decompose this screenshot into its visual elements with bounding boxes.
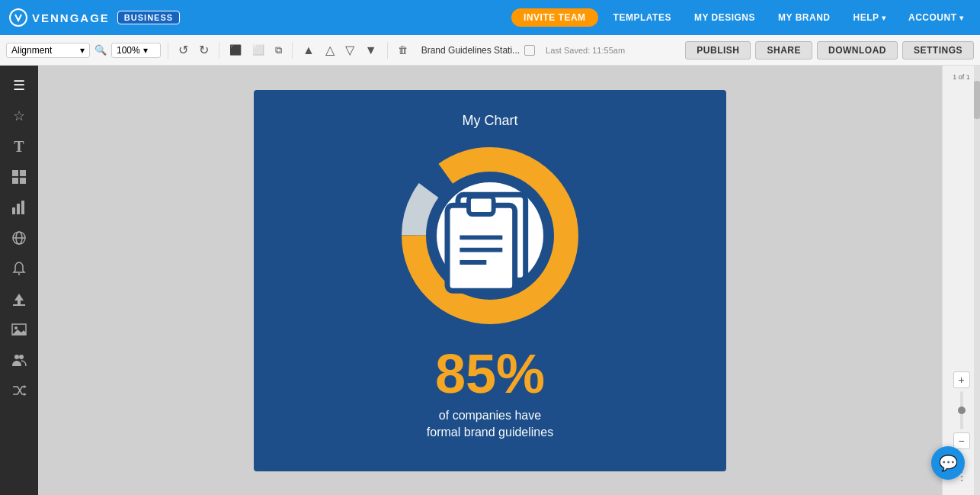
percent-value: 85% bbox=[435, 346, 545, 401]
toolbar-right: PUBLISH SHARE DOWNLOAD SETTINGS bbox=[685, 41, 974, 59]
svg-rect-2 bbox=[20, 170, 26, 176]
send-to-back-button[interactable]: ▼ bbox=[362, 42, 380, 59]
nav-my-designs[interactable]: MY DESIGNS bbox=[687, 12, 763, 23]
svg-marker-20 bbox=[24, 385, 27, 388]
sidebar-chart-icon[interactable] bbox=[4, 194, 34, 221]
svg-rect-1 bbox=[12, 170, 18, 176]
separator-1 bbox=[168, 42, 168, 59]
business-badge[interactable]: BUSINESS bbox=[117, 11, 180, 24]
svg-rect-6 bbox=[17, 204, 20, 214]
copy-button[interactable]: ⬛ bbox=[226, 43, 245, 57]
sidebar-bell-icon[interactable] bbox=[4, 255, 34, 282]
send-backward-button[interactable]: ▽ bbox=[342, 41, 357, 59]
donut-chart bbox=[399, 144, 581, 327]
svg-rect-27 bbox=[469, 196, 494, 214]
delete-button[interactable]: 🗑 bbox=[395, 43, 411, 57]
settings-button[interactable]: SETTINGS bbox=[902, 41, 974, 59]
share-button[interactable]: SHARE bbox=[755, 41, 812, 59]
svg-point-19 bbox=[19, 355, 24, 359]
sidebar-upload-icon[interactable] bbox=[4, 285, 34, 313]
bring-to-front-button[interactable]: △ bbox=[322, 41, 338, 59]
zoom-thumb[interactable] bbox=[958, 407, 966, 414]
svg-rect-7 bbox=[21, 201, 24, 214]
svg-marker-12 bbox=[14, 294, 24, 301]
brand-name: VENNGAGE bbox=[32, 11, 110, 24]
svg-marker-17 bbox=[12, 329, 26, 335]
doc-title: Brand Guidelines Stati... bbox=[421, 45, 520, 56]
left-sidebar: ☰ ☆ T bbox=[0, 66, 38, 495]
toolbar: Alignment ▾ 🔍 100% ▾ ↺ ↻ ⬛ ⬜ ⧉ ▲ △ ▽ ▼ 🗑… bbox=[0, 35, 980, 66]
bring-forward-button[interactable]: ▲ bbox=[299, 42, 318, 59]
chart-title: My Chart bbox=[462, 113, 517, 129]
search-icon: 🔍 bbox=[94, 44, 107, 56]
separator-4 bbox=[387, 42, 388, 59]
sub-text-line1: of companies have bbox=[439, 407, 541, 424]
sidebar-widgets-icon[interactable] bbox=[4, 163, 34, 191]
sidebar-globe-icon[interactable] bbox=[4, 224, 34, 252]
svg-rect-3 bbox=[12, 178, 18, 184]
zoom-track bbox=[960, 391, 963, 429]
svg-point-18 bbox=[14, 355, 19, 359]
undo-button[interactable]: ↺ bbox=[175, 41, 191, 59]
zoom-minus-button[interactable]: − bbox=[953, 432, 970, 449]
nav-templates[interactable]: TEMPLATES bbox=[606, 12, 679, 23]
nav-account[interactable]: ACCOUNT ▾ bbox=[901, 12, 971, 23]
redo-button[interactable]: ↻ bbox=[196, 41, 212, 59]
donut-center bbox=[437, 182, 543, 289]
sub-text-line2: formal brand guidelines bbox=[427, 424, 553, 441]
svg-rect-5 bbox=[12, 207, 15, 214]
svg-rect-13 bbox=[18, 301, 21, 304]
separator-2 bbox=[219, 42, 219, 59]
chat-button[interactable]: 💬 bbox=[931, 446, 965, 480]
svg-point-0 bbox=[10, 9, 27, 26]
top-nav: VENNGAGE BUSINESS INVITE TEAM TEMPLATES … bbox=[0, 0, 980, 35]
clipboard-icon bbox=[437, 144, 543, 327]
sidebar-shuffle-icon[interactable] bbox=[4, 377, 34, 404]
scrollbar-thumb[interactable] bbox=[974, 81, 980, 119]
nav-my-brand[interactable]: MY BRAND bbox=[770, 12, 837, 23]
svg-marker-21 bbox=[24, 393, 27, 396]
zoom-controls: + − bbox=[953, 371, 970, 449]
duplicate-button[interactable]: ⧉ bbox=[272, 43, 285, 58]
page-indicator: 1 of 1 bbox=[953, 73, 970, 82]
svg-point-16 bbox=[14, 326, 18, 329]
right-sidebar: 1 of 1 + − ⋮ bbox=[942, 66, 980, 495]
logo-area: VENNGAGE bbox=[9, 8, 110, 27]
paste-button[interactable]: ⬜ bbox=[249, 43, 267, 57]
download-button[interactable]: DOWNLOAD bbox=[817, 41, 898, 59]
sidebar-text-icon[interactable]: T bbox=[4, 133, 34, 160]
alignment-select[interactable]: Alignment ▾ bbox=[6, 43, 90, 58]
canvas-area[interactable]: My Chart bbox=[38, 66, 942, 495]
sidebar-people-icon[interactable] bbox=[4, 346, 34, 374]
sidebar-image-icon[interactable] bbox=[4, 316, 34, 343]
sidebar-menu-icon[interactable]: ☰ bbox=[4, 72, 34, 99]
venngage-logo-icon bbox=[9, 8, 27, 27]
zoom-plus-button[interactable]: + bbox=[953, 371, 970, 388]
invite-team-button[interactable]: INVITE TEAM bbox=[511, 8, 598, 27]
doc-checkbox bbox=[524, 45, 535, 56]
publish-button[interactable]: PUBLISH bbox=[685, 41, 751, 59]
svg-rect-4 bbox=[20, 178, 26, 184]
sidebar-star-icon[interactable]: ☆ bbox=[4, 102, 34, 130]
zoom-select[interactable]: 100% ▾ bbox=[111, 43, 161, 58]
doc-saved: Last Saved: 11:55am bbox=[546, 46, 625, 55]
separator-3 bbox=[292, 42, 293, 59]
nav-help[interactable]: HELP ▾ bbox=[845, 12, 893, 23]
main-area: ☰ ☆ T My Chart bbox=[0, 66, 980, 495]
infographic-card: My Chart bbox=[254, 90, 726, 471]
